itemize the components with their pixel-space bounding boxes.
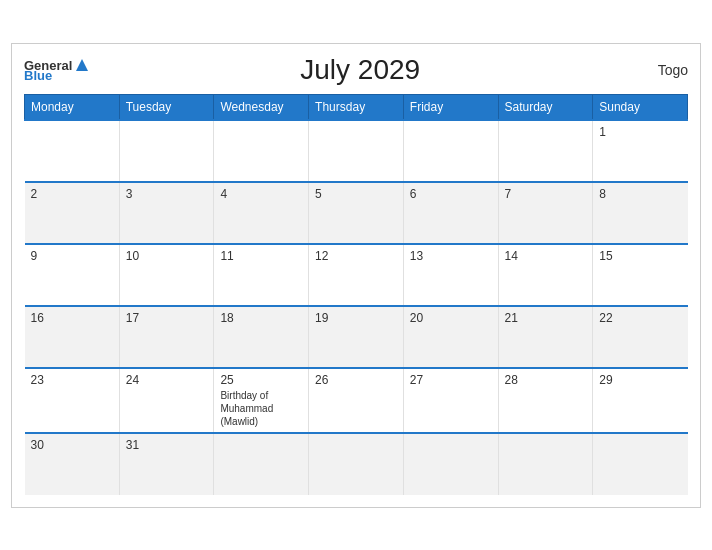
calendar-cell: 11 bbox=[214, 244, 309, 306]
calendar-cell: 19 bbox=[309, 306, 404, 368]
calendar-week-row: 232425Birthday of Muhammad (Mawlid)26272… bbox=[25, 368, 688, 433]
day-number: 14 bbox=[505, 249, 587, 263]
day-number: 29 bbox=[599, 373, 681, 387]
calendar-cell bbox=[403, 433, 498, 495]
calendar-cell: 21 bbox=[498, 306, 593, 368]
day-number: 19 bbox=[315, 311, 397, 325]
calendar-grid: MondayTuesdayWednesdayThursdayFridaySatu… bbox=[24, 94, 688, 495]
calendar-cell bbox=[119, 120, 214, 182]
calendar-cell: 1 bbox=[593, 120, 688, 182]
day-number: 16 bbox=[31, 311, 113, 325]
calendar-week-row: 9101112131415 bbox=[25, 244, 688, 306]
day-number: 4 bbox=[220, 187, 302, 201]
day-number: 9 bbox=[31, 249, 113, 263]
day-number: 30 bbox=[31, 438, 113, 452]
calendar-cell: 4 bbox=[214, 182, 309, 244]
day-number: 26 bbox=[315, 373, 397, 387]
day-number: 22 bbox=[599, 311, 681, 325]
calendar-cell: 27 bbox=[403, 368, 498, 433]
calendar-cell: 31 bbox=[119, 433, 214, 495]
day-event: Birthday of Muhammad (Mawlid) bbox=[220, 389, 302, 428]
calendar-cell: 26 bbox=[309, 368, 404, 433]
day-header-monday: Monday bbox=[25, 94, 120, 120]
calendar-cell: 30 bbox=[25, 433, 120, 495]
calendar-cell: 2 bbox=[25, 182, 120, 244]
day-number: 11 bbox=[220, 249, 302, 263]
day-number: 28 bbox=[505, 373, 587, 387]
calendar-cell: 16 bbox=[25, 306, 120, 368]
day-number: 1 bbox=[599, 125, 681, 139]
calendar-week-row: 1 bbox=[25, 120, 688, 182]
calendar-title: July 2029 bbox=[92, 54, 628, 86]
day-header-wednesday: Wednesday bbox=[214, 94, 309, 120]
calendar-country: Togo bbox=[628, 62, 688, 78]
calendar-cell: 10 bbox=[119, 244, 214, 306]
calendar-cell: 23 bbox=[25, 368, 120, 433]
calendar-cell: 17 bbox=[119, 306, 214, 368]
day-number: 8 bbox=[599, 187, 681, 201]
day-number: 18 bbox=[220, 311, 302, 325]
calendar-cell bbox=[498, 433, 593, 495]
calendar-cell bbox=[214, 433, 309, 495]
calendar-cell: 24 bbox=[119, 368, 214, 433]
day-number: 21 bbox=[505, 311, 587, 325]
day-header-sunday: Sunday bbox=[593, 94, 688, 120]
calendar-week-row: 2345678 bbox=[25, 182, 688, 244]
svg-marker-0 bbox=[76, 59, 88, 71]
day-number: 5 bbox=[315, 187, 397, 201]
day-number: 6 bbox=[410, 187, 492, 201]
logo-blue-text: Blue bbox=[24, 69, 52, 82]
calendar-cell: 29 bbox=[593, 368, 688, 433]
day-number: 10 bbox=[126, 249, 208, 263]
calendar-cell: 3 bbox=[119, 182, 214, 244]
calendar-cell: 15 bbox=[593, 244, 688, 306]
day-number: 24 bbox=[126, 373, 208, 387]
calendar-cell: 6 bbox=[403, 182, 498, 244]
logo-icon bbox=[74, 57, 90, 73]
calendar-cell bbox=[25, 120, 120, 182]
calendar-cell: 12 bbox=[309, 244, 404, 306]
calendar-cell: 25Birthday of Muhammad (Mawlid) bbox=[214, 368, 309, 433]
day-header-thursday: Thursday bbox=[309, 94, 404, 120]
day-header-saturday: Saturday bbox=[498, 94, 593, 120]
calendar-cell bbox=[214, 120, 309, 182]
day-number: 17 bbox=[126, 311, 208, 325]
day-number: 15 bbox=[599, 249, 681, 263]
calendar-cell bbox=[403, 120, 498, 182]
calendar-week-row: 16171819202122 bbox=[25, 306, 688, 368]
calendar-header: General Blue July 2029 Togo bbox=[24, 54, 688, 86]
calendar-cell: 13 bbox=[403, 244, 498, 306]
calendar-cell: 7 bbox=[498, 182, 593, 244]
calendar-cell: 9 bbox=[25, 244, 120, 306]
calendar-header-row: MondayTuesdayWednesdayThursdayFridaySatu… bbox=[25, 94, 688, 120]
day-number: 23 bbox=[31, 373, 113, 387]
day-number: 7 bbox=[505, 187, 587, 201]
day-header-friday: Friday bbox=[403, 94, 498, 120]
day-number: 27 bbox=[410, 373, 492, 387]
day-number: 25 bbox=[220, 373, 302, 387]
day-number: 20 bbox=[410, 311, 492, 325]
calendar-container: General Blue July 2029 Togo MondayTuesda… bbox=[11, 43, 701, 508]
day-header-tuesday: Tuesday bbox=[119, 94, 214, 120]
day-number: 3 bbox=[126, 187, 208, 201]
logo: General Blue bbox=[24, 57, 92, 82]
day-number: 2 bbox=[31, 187, 113, 201]
calendar-cell bbox=[498, 120, 593, 182]
calendar-cell: 14 bbox=[498, 244, 593, 306]
calendar-cell bbox=[309, 433, 404, 495]
calendar-cell: 22 bbox=[593, 306, 688, 368]
calendar-cell: 8 bbox=[593, 182, 688, 244]
day-number: 13 bbox=[410, 249, 492, 263]
day-number: 12 bbox=[315, 249, 397, 263]
calendar-cell: 20 bbox=[403, 306, 498, 368]
day-number: 31 bbox=[126, 438, 208, 452]
calendar-cell bbox=[593, 433, 688, 495]
calendar-cell: 18 bbox=[214, 306, 309, 368]
calendar-week-row: 3031 bbox=[25, 433, 688, 495]
calendar-cell: 5 bbox=[309, 182, 404, 244]
calendar-cell bbox=[309, 120, 404, 182]
calendar-cell: 28 bbox=[498, 368, 593, 433]
